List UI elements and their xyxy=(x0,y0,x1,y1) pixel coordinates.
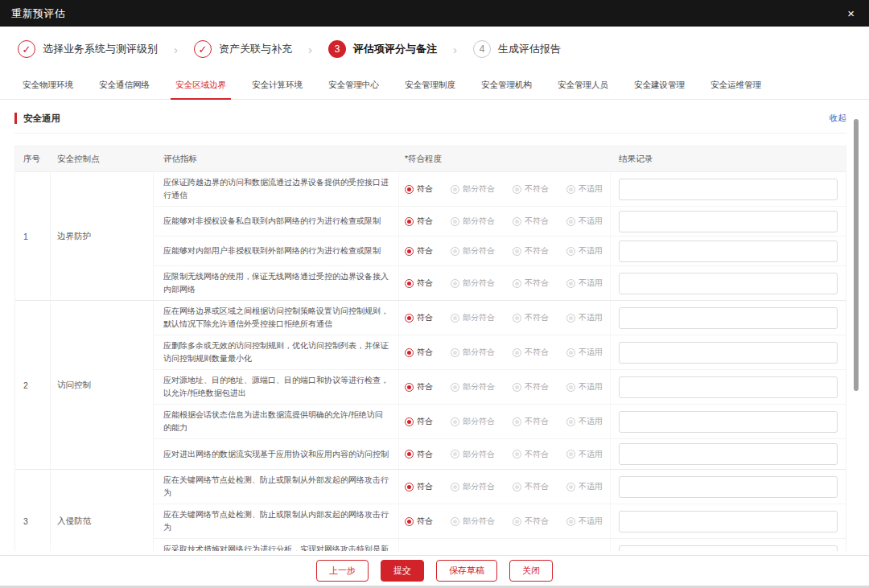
tab-2[interactable]: 安全区域边界 xyxy=(171,71,231,100)
result-input[interactable] xyxy=(619,443,838,465)
indicator-row: 应能根据会话状态信息为进出数据流提供明确的允许/拒绝访问的能力 符合 部分符合 … xyxy=(154,405,846,439)
compliance-radio[interactable]: 符合 xyxy=(405,312,433,323)
compliance-radio[interactable]: 符合 xyxy=(405,481,433,492)
result-input[interactable] xyxy=(619,211,838,232)
compliance-radio-group: 符合 部分符合 不符合 不适用 xyxy=(399,539,611,551)
compliance-radio[interactable]: 不符合 xyxy=(513,381,549,393)
compliance-radio[interactable]: 部分符合 xyxy=(451,347,495,358)
compliance-radio[interactable]: 部分符合 xyxy=(451,216,495,227)
close-icon[interactable]: × xyxy=(847,7,855,19)
radio-icon xyxy=(566,217,575,226)
compliance-radio[interactable]: 不适用 xyxy=(566,183,603,195)
compliance-radio[interactable]: 不适用 xyxy=(566,245,603,257)
result-cell xyxy=(611,443,846,465)
compliance-radio[interactable]: 不符合 xyxy=(513,216,549,227)
compliance-radio[interactable]: 部分符合 xyxy=(451,312,495,323)
close-button[interactable]: 关闭 xyxy=(509,560,553,582)
compliance-radio[interactable]: 不符合 xyxy=(513,245,549,257)
compliance-radio[interactable]: 不适用 xyxy=(566,347,603,358)
step-3[interactable]: 3 评估项评分与备注 xyxy=(328,40,437,58)
radio-icon xyxy=(513,314,521,323)
compliance-radio[interactable]: 不符合 xyxy=(513,312,549,323)
compliance-radio[interactable]: 不符合 xyxy=(513,550,549,551)
result-input[interactable] xyxy=(619,545,838,552)
compliance-radio[interactable]: 不符合 xyxy=(513,416,549,427)
result-input[interactable] xyxy=(619,376,838,398)
tab-9[interactable]: 安全运维管理 xyxy=(706,71,766,100)
radio-icon xyxy=(513,279,521,288)
result-cell xyxy=(611,476,846,498)
tab-0[interactable]: 安全物理环境 xyxy=(18,71,78,100)
vertical-scrollbar-thumb[interactable] xyxy=(854,119,859,391)
result-input[interactable] xyxy=(619,241,838,262)
compliance-radio[interactable]: 不符合 xyxy=(513,347,549,358)
compliance-radio[interactable]: 不适用 xyxy=(566,449,603,460)
compliance-radio[interactable]: 部分符合 xyxy=(451,183,495,195)
compliance-radio[interactable]: 符合 xyxy=(405,245,433,257)
compliance-radio[interactable]: 部分符合 xyxy=(451,381,495,393)
radio-icon xyxy=(451,217,459,226)
result-input[interactable] xyxy=(619,273,838,294)
compliance-radio[interactable]: 不符合 xyxy=(513,278,549,289)
prev-step-button[interactable]: 上一步 xyxy=(316,560,369,582)
compliance-radio[interactable]: 不适用 xyxy=(566,312,603,323)
result-input[interactable] xyxy=(619,179,838,200)
collapse-link[interactable]: 收起 xyxy=(830,113,846,124)
result-input[interactable] xyxy=(619,307,838,329)
compliance-radio[interactable]: 符合 xyxy=(405,278,433,289)
compliance-radio[interactable]: 符合 xyxy=(405,449,433,460)
compliance-radio[interactable]: 不适用 xyxy=(566,381,603,393)
radio-icon xyxy=(405,417,414,426)
step-label: 选择业务系统与测评级别 xyxy=(43,42,158,56)
compliance-radio[interactable]: 符合 xyxy=(405,516,433,527)
compliance-radio[interactable]: 不符合 xyxy=(513,449,549,460)
step-separator-icon: › xyxy=(453,43,457,56)
compliance-radio[interactable]: 符合 xyxy=(405,416,433,427)
tab-8[interactable]: 安全建设管理 xyxy=(629,71,690,100)
compliance-radio[interactable]: 不适用 xyxy=(566,516,603,527)
result-input[interactable] xyxy=(619,476,838,498)
compliance-radio[interactable]: 部分符合 xyxy=(451,516,495,527)
tab-3[interactable]: 安全计算环境 xyxy=(247,71,307,100)
submit-button[interactable]: 提交 xyxy=(381,560,424,582)
result-input[interactable] xyxy=(619,511,838,532)
tab-6[interactable]: 安全管理机构 xyxy=(476,71,537,100)
step-1[interactable]: ✓ 选择业务系统与测评级别 xyxy=(18,40,158,58)
modal-titlebar: 重新预评估 × xyxy=(0,0,869,27)
compliance-radio[interactable]: 部分符合 xyxy=(451,278,495,289)
compliance-radio[interactable]: 不符合 xyxy=(513,481,549,492)
radio-label: 不适用 xyxy=(579,416,603,427)
compliance-radio[interactable]: 符合 xyxy=(405,381,433,393)
compliance-radio[interactable]: 部分符合 xyxy=(451,245,495,257)
radio-icon xyxy=(513,383,521,392)
result-input[interactable] xyxy=(619,411,838,433)
compliance-radio[interactable]: 不适用 xyxy=(566,278,603,289)
compliance-radio[interactable]: 符合 xyxy=(405,347,433,358)
compliance-radio[interactable]: 不适用 xyxy=(566,216,603,227)
compliance-radio[interactable]: 部分符合 xyxy=(451,416,495,427)
compliance-radio[interactable]: 不符合 xyxy=(513,183,549,195)
compliance-radio[interactable]: 部分符合 xyxy=(451,449,495,460)
step-label: 生成评估报告 xyxy=(498,42,561,56)
result-input[interactable] xyxy=(619,342,838,364)
step-label: 资产关联与补充 xyxy=(219,42,292,56)
step-2[interactable]: ✓ 资产关联与补充 xyxy=(194,40,292,58)
compliance-radio[interactable]: 符合 xyxy=(405,183,433,195)
radio-label: 不适用 xyxy=(579,183,603,195)
compliance-radio[interactable]: 不适用 xyxy=(566,550,603,551)
radio-label: 不符合 xyxy=(525,278,549,289)
tab-7[interactable]: 安全管理人员 xyxy=(553,71,613,100)
tab-4[interactable]: 安全管理中心 xyxy=(323,71,384,100)
tab-5[interactable]: 安全管理制度 xyxy=(400,71,460,100)
save-draft-button[interactable]: 保存草稿 xyxy=(436,560,497,582)
compliance-radio[interactable]: 符合 xyxy=(405,550,433,551)
compliance-radio[interactable]: 部分符合 xyxy=(451,550,495,551)
compliance-radio[interactable]: 符合 xyxy=(405,216,433,227)
compliance-radio[interactable]: 不适用 xyxy=(566,416,603,427)
compliance-radio[interactable]: 不符合 xyxy=(513,516,549,527)
step-4[interactable]: 4 生成评估报告 xyxy=(473,40,561,58)
indicator-text: 应保证跨越边界的访问和数据流通过边界设备提供的受控接口进行通信 xyxy=(154,172,399,206)
tab-1[interactable]: 安全通信网络 xyxy=(94,71,154,100)
compliance-radio[interactable]: 不适用 xyxy=(566,481,603,492)
compliance-radio[interactable]: 部分符合 xyxy=(451,481,495,492)
